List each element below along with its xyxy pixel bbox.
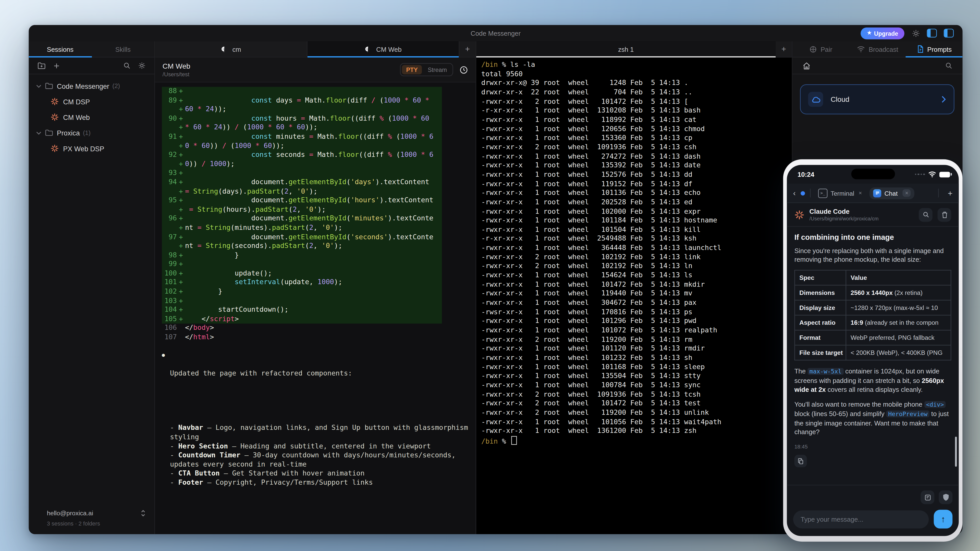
new-session-icon[interactable] [53, 62, 60, 69]
code-line: 95+ document.getElementById('hours').tex… [162, 196, 433, 205]
tab-broadcast[interactable]: Broadcast [849, 41, 906, 57]
spec-row: Display size~1280 x 720px (max-w-5xl ≈ 1… [795, 300, 951, 315]
phone-search-button[interactable] [919, 208, 932, 221]
code-text: 0 * 60)) / (1000 * 60)); [185, 141, 284, 151]
phone-scrollbar[interactable] [955, 437, 957, 467]
titlebar[interactable]: Code Messenger ★Upgrade [29, 25, 963, 41]
terminal-listing-row: -rwxr-xr-x 1 root wheel 101136 Feb 5 14:… [481, 189, 787, 198]
line-number: 93 [162, 169, 177, 178]
terminal-output[interactable]: /bin % ls -la total 9560 drwxr-xr-x@ 39 … [476, 57, 792, 534]
line-number: 94 [162, 178, 177, 187]
settings-gear-icon[interactable] [912, 29, 920, 38]
chat-tab-cm-label: cm [232, 45, 241, 53]
code-line: 91+ const minutes = Math.floor((diff % (… [162, 132, 433, 141]
chevron-down-icon[interactable] [36, 131, 42, 135]
terminal-command: ls -la [510, 61, 535, 69]
terminal-listing-row: -rwxr-xr-x 1 root wheel 304672 Feb 5 14:… [481, 299, 787, 308]
tab-skills[interactable]: Skills [92, 41, 154, 57]
line-number: 99 [162, 260, 177, 269]
spec-row: File size target< 200KB (WebP), < 400KB … [795, 345, 951, 360]
pty-stream-toggle[interactable]: PTY Stream [400, 63, 453, 76]
new-chat-tab-button[interactable]: + [460, 41, 476, 57]
tab-pair[interactable]: Pair [792, 41, 849, 57]
tree-folder-count: (2) [112, 83, 120, 89]
terminal-tab-zsh[interactable]: zsh 1 [476, 41, 776, 57]
code-text: startCountdown(); [185, 306, 288, 315]
tree-folder[interactable]: Proxica(1) [29, 125, 154, 141]
message-component-list: - Navbar — Logo, navigation links, and S… [170, 424, 469, 487]
code-line: 106</body> [162, 324, 469, 333]
phone-new-tab-button[interactable]: + [944, 188, 953, 198]
prompts-document-icon [917, 45, 924, 53]
diff-add-marker: + [177, 214, 185, 224]
phone-session-name: Claude Code [809, 208, 914, 215]
upgrade-button[interactable]: ★Upgrade [861, 27, 904, 39]
battery-icon [939, 171, 950, 177]
phone-tab-chat[interactable]: Chat × [870, 187, 915, 199]
phone-tab-bar: ‹ Terminal × Chat × + [787, 184, 959, 203]
notes-icon-button[interactable] [921, 490, 934, 504]
account-selector[interactable]: hello@proxica.ai [29, 505, 154, 520]
phone-message-area[interactable]: If combining into one image Since you're… [787, 227, 959, 485]
prompts-search-icon[interactable] [945, 62, 953, 69]
spec-value: ~1280 x 720px (max-w-5xl ≈ 10 [846, 300, 951, 315]
line-number [162, 123, 177, 132]
terminal-listing-row: -rwxr-xr-x 1 root wheel 152576 Feb 5 14:… [481, 170, 787, 179]
search-icon[interactable] [123, 62, 130, 69]
chat-transcript[interactable]: 88+89+ const days = Math.floor(diff / (1… [155, 83, 476, 534]
session-tree: Code Messenger(2)CM DSPCM WebProxica(1)P… [29, 74, 154, 505]
tab-broadcast-label: Broadcast [869, 45, 898, 53]
tab-sessions[interactable]: Sessions [29, 41, 92, 57]
new-terminal-tab-button[interactable]: + [776, 41, 792, 57]
diff-add-marker: + [177, 205, 185, 214]
diff-add-marker: + [177, 160, 185, 169]
phone-delete-button[interactable] [937, 208, 951, 221]
assistant-message: ● Updated the page with refactored compo… [162, 351, 469, 534]
shield-icon-button[interactable] [939, 490, 953, 504]
new-folder-icon[interactable] [38, 62, 46, 69]
code-line: +60 * 24)); [162, 105, 433, 114]
terminal-tab-label: zsh 1 [618, 45, 634, 53]
terminal-listing-row: -rwxr-xr-x 1 root wheel 100784 Feb 5 14:… [481, 381, 787, 390]
home-icon[interactable] [802, 62, 811, 70]
message-input[interactable]: Type your message... [793, 510, 929, 528]
history-clock-icon[interactable] [460, 65, 468, 74]
mode-stream[interactable]: Stream [423, 65, 451, 75]
message-closing: All components use consistent glassmorph… [170, 533, 469, 534]
message-list-item: - Hero Section — Heading and subtitle, c… [170, 442, 469, 451]
tree-session-item[interactable]: CM Web [29, 110, 154, 125]
spec-table-header-value: Value [846, 270, 951, 285]
code-text: setInterval(update, 1000); [185, 278, 342, 287]
close-tab-icon[interactable]: × [903, 189, 911, 197]
chat-tab-cm-web[interactable]: CM Web [307, 41, 460, 57]
tree-folder[interactable]: Code Messenger(2) [29, 78, 154, 94]
code-line: +nt = String(seconds).padStart(2, '0'); [162, 242, 433, 251]
phone-tab-terminal[interactable]: Terminal × [815, 186, 865, 200]
toggle-left-sidebar-icon[interactable] [927, 29, 937, 38]
wifi-icon [928, 171, 936, 177]
close-tab-icon[interactable]: × [859, 190, 862, 196]
sidebar-gear-icon[interactable] [138, 62, 145, 69]
account-updown-icon [141, 510, 146, 516]
tree-session-item[interactable]: CM DSP [29, 94, 154, 109]
copy-message-button[interactable] [794, 455, 807, 467]
spec-value: < 200KB (WebP), < 400KB (PNG [846, 345, 951, 360]
code-text: = String(hours).padStart(2, '0'); [185, 205, 326, 214]
code-line: +nt = String(minutes).padStart(2, '0'); [162, 224, 433, 233]
chat-tab-cm[interactable]: cm [155, 41, 307, 57]
tree-session-item[interactable]: PX Web DSP [29, 141, 154, 156]
line-number [162, 105, 177, 114]
send-button[interactable]: ↑ [934, 510, 953, 528]
code-line: + = String(hours).padStart(2, '0'); [162, 205, 433, 214]
prompt-folder-cloud[interactable]: Cloud [800, 84, 955, 114]
terminal-listing-row: -rwxr-xr-x 1 root wheel 101184 Feb 5 14:… [481, 216, 787, 225]
back-chevron-icon[interactable]: ‹ [793, 189, 796, 197]
diff-add-marker: + [177, 96, 185, 105]
toggle-right-sidebar-icon[interactable] [944, 29, 954, 38]
line-number: 95 [162, 196, 177, 205]
tab-prompts[interactable]: Prompts [906, 41, 963, 57]
broadcast-wifi-icon [857, 46, 865, 52]
chevron-down-icon[interactable] [36, 84, 42, 88]
mode-pty[interactable]: PTY [402, 65, 422, 75]
code-text: document.getElementById('minutes').textC… [185, 214, 433, 224]
